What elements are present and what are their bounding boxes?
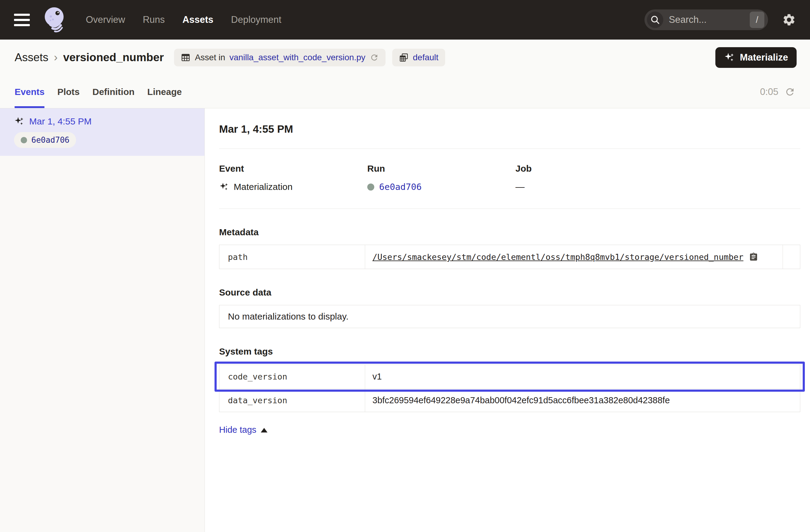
run-status-dot: [21, 137, 27, 143]
page-header: Assets › versioned_number Asset in vanil…: [0, 39, 810, 76]
reload-code-location-icon[interactable]: [370, 53, 379, 62]
system-tags-table: code_version v1 data_version 3bfc269594e…: [219, 365, 800, 412]
nav-item-overview[interactable]: Overview: [86, 14, 125, 25]
search-icon: [647, 12, 663, 28]
hide-tags-link[interactable]: Hide tags: [219, 425, 268, 435]
metadata-key: path: [220, 245, 365, 269]
dagster-logo[interactable]: [42, 5, 68, 34]
run-column-label: Run: [367, 163, 516, 174]
event-list-sidebar: Mar 1, 4:55 PM 6e0ad706: [0, 108, 205, 532]
materialization-sparkle-icon: [14, 116, 25, 127]
group-table-icon: [399, 53, 409, 62]
materialization-sparkle-icon: [219, 182, 229, 192]
event-detail-title: Mar 1, 4:55 PM: [219, 123, 800, 135]
gear-icon[interactable]: [782, 13, 796, 27]
nav-item-assets[interactable]: Assets: [182, 14, 214, 25]
source-data-empty-message: No materializations to display.: [228, 311, 349, 322]
event-column-label: Event: [219, 163, 367, 174]
metadata-heading: Metadata: [219, 227, 800, 237]
run-chip[interactable]: 6e0ad706: [14, 132, 76, 148]
nav-item-runs[interactable]: Runs: [143, 14, 165, 25]
materialize-button[interactable]: Materialize: [715, 47, 797, 68]
metadata-actions-cell: [783, 245, 800, 269]
source-data-heading: Source data: [219, 287, 800, 297]
run-id-link[interactable]: 6e0ad706: [379, 182, 422, 192]
metadata-table: path /Users/smackesey/stm/code/elementl/…: [219, 245, 800, 269]
metadata-path-link[interactable]: /Users/smackesey/stm/code/elementl/oss/t…: [372, 252, 743, 262]
tab-events[interactable]: Events: [15, 76, 45, 108]
refresh-icon[interactable]: [784, 86, 795, 97]
tab-definition[interactable]: Definition: [93, 76, 134, 108]
run-id: 6e0ad706: [31, 135, 69, 145]
copy-icon[interactable]: [749, 252, 758, 262]
asset-badge-prefix: Asset in: [195, 53, 225, 62]
asset-definition-badge: Asset in vanilla_asset_with_code_version…: [174, 49, 385, 66]
source-data-empty-state: No materializations to display.: [219, 305, 800, 328]
tabs-bar: Events Plots Definition Lineage 0:05: [0, 76, 810, 108]
caret-up-icon: [261, 428, 268, 433]
nav-item-deployment[interactable]: Deployment: [231, 14, 281, 25]
event-type-value: Materialization: [234, 182, 292, 192]
hide-tags-label: Hide tags: [219, 425, 257, 435]
search-shortcut-key: /: [750, 12, 764, 28]
refresh-countdown: 0:05: [760, 86, 778, 97]
search-box[interactable]: /: [645, 10, 768, 30]
group-badge: default: [392, 49, 445, 66]
job-column-label: Job: [516, 163, 800, 174]
tag-value: v1: [365, 365, 800, 388]
job-empty-value: —: [516, 182, 800, 192]
tab-lineage[interactable]: Lineage: [147, 76, 182, 108]
event-list-item[interactable]: Mar 1, 4:55 PM 6e0ad706: [0, 108, 205, 156]
primary-nav: Overview Runs Assets Deployment: [86, 14, 281, 25]
table-row: code_version v1: [220, 365, 800, 388]
materialize-label: Materialize: [740, 52, 788, 63]
table-icon: [181, 53, 191, 62]
event-timestamp: Mar 1, 4:55 PM: [29, 116, 92, 127]
top-nav: Overview Runs Assets Deployment /: [0, 0, 810, 39]
menu-icon[interactable]: [14, 14, 30, 26]
search-input[interactable]: [663, 14, 750, 25]
tab-plots[interactable]: Plots: [57, 76, 79, 108]
breadcrumb-assets-link[interactable]: Assets: [15, 51, 48, 64]
group-default-link[interactable]: default: [413, 53, 438, 62]
tag-key: data_version: [220, 389, 365, 412]
asset-file-link[interactable]: vanilla_asset_with_code_version.py: [229, 53, 366, 62]
system-tags-heading: System tags: [219, 346, 800, 357]
sparkle-icon: [724, 52, 735, 63]
breadcrumb-chevron-icon: ›: [54, 51, 58, 64]
tag-key: code_version: [220, 365, 365, 388]
tag-value: 3bfc269594ef649228e9a74bab00f042efc91d5a…: [365, 389, 800, 412]
page-title: versioned_number: [63, 51, 164, 64]
table-row: data_version 3bfc269594ef649228e9a74bab0…: [220, 388, 800, 412]
run-status-dot: [367, 183, 374, 191]
event-detail-panel: Mar 1, 4:55 PM Event Run Job Materializa…: [205, 108, 810, 532]
